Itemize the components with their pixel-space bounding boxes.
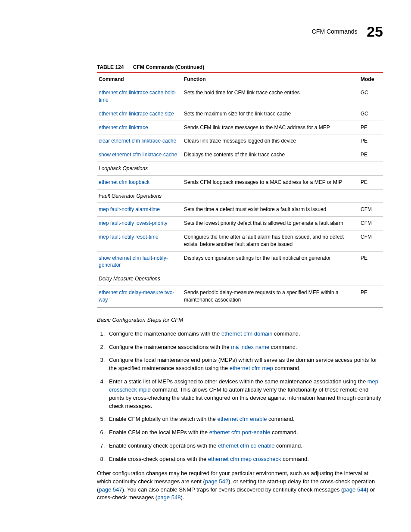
header-title: CFM Commands [312,28,358,36]
step-item: Enable cross-check operations with the e… [106,455,383,464]
table-title: CFM Commands (Continued) [133,64,204,70]
page-link[interactable]: page 547 [99,486,122,493]
cfm-commands-table: Command Function Mode ethernet cfm linkt… [97,72,383,307]
command-link[interactable]: ethernet cfm cc enable [218,442,275,449]
cell-function: Sets the time a defect must exist before… [182,203,359,217]
cell-function: Sets the lowest priority defect that is … [182,217,359,230]
cell-command: mep fault-notify alarm-time [97,203,182,217]
step-text: command. [270,429,298,436]
command-link[interactable]: mep fault-notify lowest-priority [99,220,167,226]
command-link[interactable]: ethernet cfm loopback [99,179,149,185]
cell-mode: PE [359,286,383,307]
step-item: Enter a static list of MEPs assigned to … [106,378,383,410]
command-link[interactable]: clear ethernet cfm linktrace-cache [99,138,176,144]
cell-mode: CFM [359,217,383,230]
step-item: Enable CFM on the local MEPs with the et… [106,429,383,437]
table-row: ethernet cfm linktraceSends CFM link tra… [97,121,383,134]
step-text: command. [281,456,309,462]
table-row: ethernet cfm delay-measure two-waySends … [97,286,383,307]
cell-command: ethernet cfm loopback [97,175,182,189]
table-row: show ethernet cfm linktrace-cacheDisplay… [97,148,383,162]
section-title: Basic Configuration Steps for CFM [97,316,383,324]
cell-command: mep fault-notify lowest-priority [97,217,182,230]
cell-mode: GC [359,86,383,107]
command-link[interactable]: ethernet cfm mep [230,365,273,371]
cell-function: Sets the maximum size for the link trace… [182,107,359,121]
command-link[interactable]: mep fault-notify alarm-time [99,206,160,212]
cell-function: Displays the contents of the link trace … [182,148,359,162]
command-link[interactable]: show ethernet cfm fault-notify-generator [99,255,168,268]
cell-function: Sends periodic delay-measure requests to… [182,286,359,307]
para-text: ). [181,494,184,501]
step-text: command. [274,442,302,449]
command-link[interactable]: ethernet cfm linktrace cache size [99,111,174,117]
cell-mode: CFM [359,203,383,217]
command-link[interactable]: ethernet cfm delay-measure two-way [99,289,174,303]
group-header: Loopback Operations [97,162,383,175]
cell-command: show ethernet cfm fault-notify-generator [97,251,182,272]
group-header: Fault Generator Operations [97,189,383,203]
command-link[interactable]: ethernet cfm domain [221,330,273,337]
steps-list: Configure the maintenance domains with t… [97,330,383,464]
table-row: mep fault-notify lowest-prioritySets the… [97,217,383,230]
command-link[interactable]: ethernet cfm linktrace cache hold-time [99,90,176,103]
th-mode: Mode [359,73,383,86]
table-label: TABLE 124 [97,64,124,70]
cell-mode: PE [359,251,383,272]
cell-function: Sends CFM loopback messages to a MAC add… [182,175,359,189]
page-link[interactable]: page 544 [343,486,366,493]
command-link[interactable]: ma index name [231,344,269,350]
step-item: Configure the maintenance domains with t… [106,330,383,338]
cell-function: Displays configuration settings for the … [182,251,359,272]
table-row: Fault Generator Operations [97,189,383,203]
cell-command: ethernet cfm linktrace [97,121,182,134]
step-item: Enable continuity check operations with … [106,442,383,450]
command-link[interactable]: ethernet cfm linktrace [99,124,148,131]
table-row: clear ethernet cfm linktrace-cacheClears… [97,134,383,148]
closing-paragraph: Other configuration changes may be requi… [97,470,383,502]
cell-mode: CFM [359,230,383,251]
table-row: mep fault-notify alarm-timeSets the time… [97,203,383,217]
step-text: command. [273,365,301,371]
content-area: TABLE 124 CFM Commands (Continued) Comma… [97,64,383,502]
chapter-number: 25 [367,22,383,42]
step-text: command. [272,330,300,337]
page-link[interactable]: page 548 [157,494,181,501]
cell-command: ethernet cfm linktrace cache hold-time [97,86,182,107]
table-row: mep fault-notify reset-timeConfigures th… [97,230,383,251]
cell-command: ethernet cfm delay-measure two-way [97,286,182,307]
th-command: Command [97,73,182,86]
cell-function: Sets the hold time for CFM link trace ca… [182,86,359,107]
command-link[interactable]: ethernet cfm port-enable [209,429,271,436]
cell-command: ethernet cfm linktrace cache size [97,107,182,121]
step-text: Enable CFM globally on the switch with t… [109,416,217,422]
step-item: Configure the maintenance associations w… [106,343,383,352]
group-header: Delay Measure Operations [97,272,383,286]
table-row: Delay Measure Operations [97,272,383,286]
cell-mode: PE [359,148,383,162]
step-text: Configure the maintenance associations w… [109,344,231,350]
table-row: Loopback Operations [97,162,383,175]
command-link[interactable]: mep fault-notify reset-time [99,234,159,240]
cell-mode: PE [359,134,383,148]
step-text: Enable continuity check operations with … [109,442,218,449]
cell-mode: GC [359,107,383,121]
page-link[interactable]: page 542 [205,478,228,485]
table-row: show ethernet cfm fault-notify-generator… [97,251,383,272]
command-link[interactable]: ethernet cfm enable [217,416,267,422]
cell-command: mep fault-notify reset-time [97,230,182,251]
cell-function: Sends CFM link trace messages to the MAC… [182,121,359,134]
page-header: CFM Commands 25 [28,22,383,42]
cell-mode: PE [359,175,383,189]
step-item: Enable CFM globally on the switch with t… [106,415,383,423]
step-text: command. [267,416,294,422]
cell-command: show ethernet cfm linktrace-cache [97,148,182,162]
cell-command: clear ethernet cfm linktrace-cache [97,134,182,148]
table-row: ethernet cfm loopbackSends CFM loopback … [97,175,383,189]
step-text: Enter a static list of MEPs assigned to … [109,378,367,385]
cell-mode: PE [359,121,383,134]
step-text: Enable cross-check operations with the [109,456,208,462]
step-text: Configure the maintenance domains with t… [109,330,221,337]
command-link[interactable]: show ethernet cfm linktrace-cache [99,152,177,158]
command-link[interactable]: ethernet cfm mep crosscheck [208,456,281,462]
